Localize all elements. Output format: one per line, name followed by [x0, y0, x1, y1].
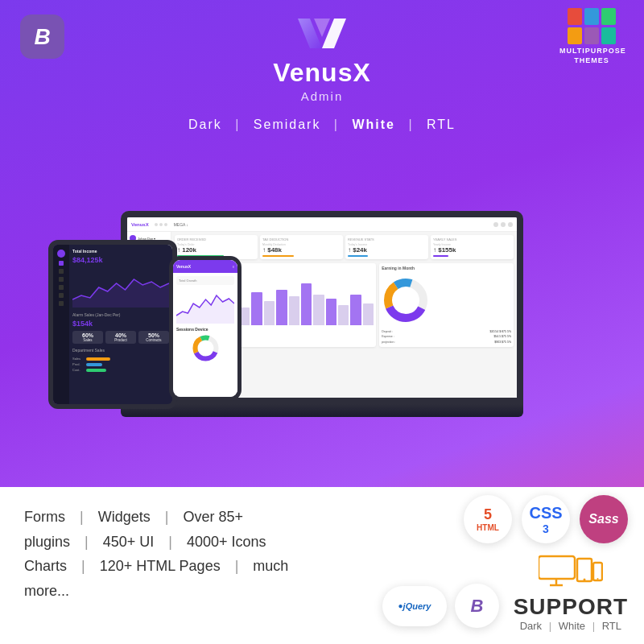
bootstrap-badge: B: [20, 14, 64, 59]
dash-logo: VenusX: [131, 222, 149, 227]
svg-rect-16: [593, 563, 602, 580]
support-rtl: RTL: [602, 620, 621, 632]
brand-name: VenusX: [273, 58, 371, 88]
sep3: |: [408, 118, 413, 131]
tablet-alarm: Alarm Sales (Jan-Dec Per): [72, 312, 169, 317]
features-line4: more...: [24, 579, 346, 604]
tech-badges-top: 5 HTML CSS 3 Sass: [464, 495, 628, 543]
sep2: |: [334, 118, 339, 131]
bottom-section: Forms | Widgets | Over 85+ plugins | 450…: [0, 487, 644, 644]
brand-subtitle: Admin: [273, 89, 371, 103]
bootstrap-label: B: [471, 596, 484, 617]
support-sub: Dark | White | RTL: [514, 620, 628, 632]
brand-center: VenusX Admin: [273, 14, 371, 103]
support-sep2: |: [592, 620, 595, 632]
theme-white[interactable]: White: [352, 118, 395, 131]
support-sep1: |: [549, 620, 551, 632]
features-line2: plugins | 450+ UI | 4000+ Icons: [24, 530, 346, 555]
support-device-icons: [514, 555, 628, 591]
features-section: Forms | Widgets | Over 85+ plugins | 450…: [0, 487, 370, 644]
sep1: |: [235, 118, 240, 131]
venux-logo-icon: [294, 14, 350, 55]
tablet-alarm-val: $154k: [72, 320, 169, 328]
theme-rtl[interactable]: RTL: [427, 118, 456, 131]
svg-marker-2: [314, 19, 330, 37]
mobile-sessions: Sessions Device: [176, 327, 234, 362]
mobile-growth-title: Total Growth: [179, 279, 232, 283]
mobile-growth-chart: [176, 287, 234, 324]
jquery-label: jQuery: [403, 601, 431, 611]
tablet-stat-sales: 60% Sales: [72, 331, 103, 344]
features-line3: Charts | 120+ HTML Pages | much: [24, 554, 346, 579]
mobile-topbar: VenusX ≡: [173, 260, 237, 273]
tablet-title: Total Income: [72, 249, 169, 254]
css-label: CSS: [529, 504, 562, 522]
svg-point-15: [583, 579, 585, 581]
badge-sass: Sass: [580, 495, 628, 543]
support-dark: Dark: [520, 620, 542, 632]
support-title: SUPPORT: [514, 594, 628, 620]
device-showcase: VenusX MEGA ↓: [0, 143, 644, 425]
theme-bar: Dark | Semidark | White | RTL: [0, 111, 644, 143]
badge-bootstrap-bottom: B: [455, 584, 499, 628]
svg-point-17: [597, 578, 598, 580]
mobile-title: VenusX: [176, 264, 191, 269]
badge-css3: CSS 3: [522, 495, 570, 543]
html-version: 5: [484, 506, 492, 523]
support-white: White: [559, 620, 585, 632]
dash-menu-text: MEGA ↓: [174, 222, 188, 227]
mobile-growth-card: Total Growth: [176, 276, 234, 285]
features-line1: Forms | Widgets | Over 85+: [24, 505, 346, 530]
support-devices-icon: [539, 555, 603, 591]
sass-label: Sass: [588, 512, 618, 526]
tablet-stat-contracts: 50% Contracts: [138, 331, 169, 344]
multipurpose-logo: MULTIPURPOSE THEMES: [559, 8, 624, 65]
svg-rect-14: [577, 559, 592, 581]
features-text: Forms | Widgets | Over 85+ plugins | 450…: [24, 505, 346, 603]
tablet-dept-label: Department Sales: [72, 348, 169, 353]
badge-html5: 5 HTML: [464, 495, 512, 543]
html-label: HTML: [477, 523, 499, 532]
support-section: 5 HTML CSS 3 Sass ● jQuery B: [370, 487, 644, 644]
bootstrap-icon: B: [34, 24, 50, 50]
css-version: 3: [543, 522, 549, 535]
mobile-sessions-title: Sessions Device: [176, 327, 234, 332]
tech-badges-bottom: ● jQuery B: [382, 584, 499, 628]
theme-semidark[interactable]: Semidark: [254, 118, 321, 131]
tablet-device: Total Income $84,125k Alarm Sales (Jan-D…: [48, 240, 177, 409]
top-section: B VenusX Admin: [0, 0, 644, 111]
mobile-device: VenusX ≡ Total Growth: [169, 256, 242, 401]
laptop-base: [121, 404, 523, 417]
tablet-amount: $84,125k: [72, 256, 169, 264]
svg-rect-11: [539, 556, 575, 579]
multipurpose-text: MULTIPURPOSE THEMES: [559, 47, 624, 65]
badge-jquery: ● jQuery: [382, 586, 447, 626]
tablet-stat-product: 40% Product: [105, 331, 136, 344]
theme-dark[interactable]: Dark: [188, 118, 222, 131]
support-box: SUPPORT Dark | White | RTL: [514, 555, 628, 632]
